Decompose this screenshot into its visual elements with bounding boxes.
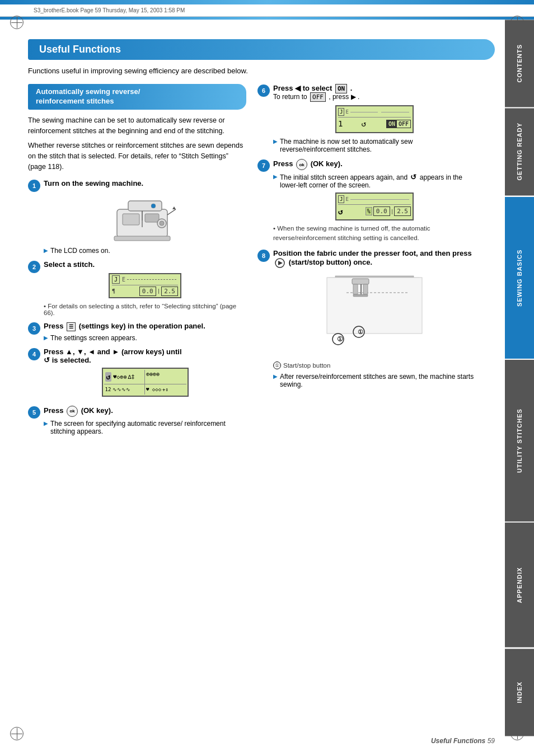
sidebar-tab-sewing-basics[interactable]: SEWING BASICS	[505, 197, 534, 359]
svg-marker-11	[172, 206, 176, 209]
step-4-instruction: Press ▲, ▼, ◄ and ► (arrow keys) until ↺…	[44, 348, 246, 364]
svg-rect-5	[128, 201, 162, 211]
svg-point-4	[160, 221, 164, 226]
sidebar-tab-utility-stitches[interactable]: UTILITY STITCHES	[505, 360, 534, 522]
step-2: 2 Select a stitch. J E ¶	[28, 260, 246, 316]
step-4-lcd: ↺ ♥◇⊕⊗ ∆‡ ⊕⊗⊕⊗ 12 ∿∿∿∿ ♥ ◇◇◇	[102, 368, 189, 397]
crosshair-bl	[11, 728, 22, 739]
step-2-lcd: J E ¶ 0.0 | 2.5	[109, 273, 181, 298]
step-6-lcd: J E 1 ↺ ON OFF	[335, 105, 414, 133]
two-column-layout: Automatically sewing reverse/ reinforcem…	[28, 84, 495, 441]
svg-rect-21	[353, 284, 358, 294]
step-2-note: • For details on selecting a stitch, ref…	[44, 303, 246, 316]
step-8-result: ▶ After reverse/reinforcement stitches a…	[273, 373, 476, 388]
step-1-result: ▶ The LCD comes on.	[44, 247, 246, 255]
step-6-number: 6	[257, 84, 270, 97]
subsection-description: The sewing machine can be set to automat…	[28, 115, 246, 137]
page-label: Useful Functions	[431, 737, 485, 745]
step-7-result1: ▶ The initial stitch screen appears agai…	[273, 173, 476, 189]
step-7: 7 Press ok (OK key). ▶ The initial stitc…	[257, 159, 476, 243]
step-6: 6 Press ◀ to select ON . To return to OF…	[257, 84, 476, 153]
sidebar-tab-contents[interactable]: CONTENTS	[505, 20, 534, 107]
subsection-title-bar: Automatically sewing reverse/ reinforcem…	[28, 84, 246, 110]
svg-rect-20	[352, 279, 369, 284]
svg-point-9	[151, 204, 156, 208]
step-8-instruction: Position the fabric under the presser fo…	[273, 249, 476, 269]
svg-rect-24	[353, 294, 368, 297]
step-5-number: 5	[28, 406, 40, 419]
step-6-instruction: Press ◀ to select ON . To return to OFF …	[273, 84, 476, 101]
svg-line-10	[167, 209, 176, 215]
sidebar-tab-index[interactable]: INDEX	[505, 649, 534, 736]
step-2-number: 2	[28, 261, 40, 273]
svg-rect-2	[145, 214, 159, 222]
sewing-machine-illustration	[111, 192, 179, 242]
step-3-content: Press ☰ (settings key) in the operation …	[44, 322, 246, 342]
settings-key-icon: ☰	[67, 322, 76, 331]
step-6-content: Press ◀ to select ON . To return to OFF …	[273, 84, 476, 153]
svg-rect-8	[114, 236, 170, 241]
section-title-bar: Useful Functions	[28, 39, 495, 60]
subsection-title: Automatically sewing reverse/ reinforcem…	[36, 87, 140, 106]
step-3-result: ▶ The settings screen appears.	[44, 334, 246, 342]
step-2-instruction: Select a stitch.	[44, 260, 246, 269]
step-8: 8 Position the fabric under the presser …	[257, 249, 476, 388]
step-8-content: Position the fabric under the presser fo…	[273, 249, 476, 388]
step-7-number: 7	[257, 159, 270, 172]
ok-key-icon-7: ok	[296, 159, 307, 170]
svg-rect-1	[123, 214, 139, 225]
step-4-content: Press ▲, ▼, ◄ and ► (arrow keys) until ↺…	[44, 348, 246, 400]
step-4: 4 Press ▲, ▼, ◄ and ► (arrow keys) until…	[28, 348, 246, 400]
file-info-text: S3_brotherE.book Page 59 Thursday, May 1…	[34, 7, 185, 13]
step-3-instruction: Press ☰ (settings key) in the operation …	[44, 322, 246, 331]
ok-key-icon: ok	[67, 406, 78, 417]
step-1-instruction: Turn on the sewing machine.	[44, 179, 246, 187]
step-4-number: 4	[28, 348, 40, 360]
step-5-result: ▶ The screen for specifying automatic re…	[44, 420, 246, 435]
svg-marker-13	[278, 261, 283, 265]
left-column: Automatically sewing reverse/ reinforcem…	[28, 84, 246, 441]
page-footer: Useful Functions 59	[431, 737, 495, 745]
step-5: 5 Press ok (OK key). ▶ The screen for sp…	[28, 406, 246, 435]
right-sidebar: CONTENTS GETTING READY SEWING BASICS UTI…	[505, 20, 534, 736]
sidebar-tab-appendix[interactable]: APPENDIX	[505, 523, 534, 647]
step-8-number: 8	[257, 250, 270, 262]
crosshair-tl	[11, 17, 22, 28]
file-info-bar: S3_brotherE.book Page 59 Thursday, May 1…	[0, 4, 534, 17]
svg-rect-22	[363, 284, 368, 294]
step-3-number: 3	[28, 322, 40, 335]
step-3: 3 Press ☰ (settings key) in the operatio…	[28, 322, 246, 342]
section-title: Useful Functions	[39, 44, 121, 55]
fabric-illustration: ① ①	[318, 273, 430, 363]
step-7-note: • When the sewing machine is turned off,…	[273, 224, 476, 243]
page-number: 59	[488, 737, 495, 745]
svg-rect-18	[327, 278, 422, 334]
step-7-lcd: J E ↺ % 0.0 | 2.5	[335, 192, 414, 220]
svg-text:①: ①	[358, 328, 363, 335]
step-1-content: Turn on the sewing machine.	[44, 179, 246, 255]
main-content: Useful Functions Functions useful in imp…	[28, 39, 495, 452]
second-decorative-bar	[0, 17, 534, 20]
subsection-description2: Whether reverse stitches or reinforcemen…	[28, 140, 246, 172]
sidebar-tab-getting-ready[interactable]: GETTING READY	[505, 108, 534, 195]
right-column: 6 Press ◀ to select ON . To return to OF…	[257, 84, 476, 441]
step-5-instruction: Press ok (OK key).	[44, 406, 246, 417]
on-off-display: ON OFF	[386, 120, 411, 128]
step-7-instruction: Press ok (OK key).	[273, 159, 476, 170]
step-1-number: 1	[28, 180, 40, 192]
svg-text:①: ①	[337, 335, 343, 343]
step-1: 1 Turn on the sewing machine.	[28, 179, 246, 255]
top-decorative-bar	[0, 0, 534, 4]
step-2-content: Select a stitch. J E ¶	[44, 260, 246, 316]
start-stop-button-icon	[274, 257, 285, 269]
step-7-content: Press ok (OK key). ▶ The initial stitch …	[273, 159, 476, 243]
step-6-result: ▶ The machine is now set to automaticall…	[273, 138, 476, 153]
intro-text: Functions useful in improving sewing eff…	[28, 67, 495, 75]
step-5-content: Press ok (OK key). ▶ The screen for spec…	[44, 406, 246, 435]
